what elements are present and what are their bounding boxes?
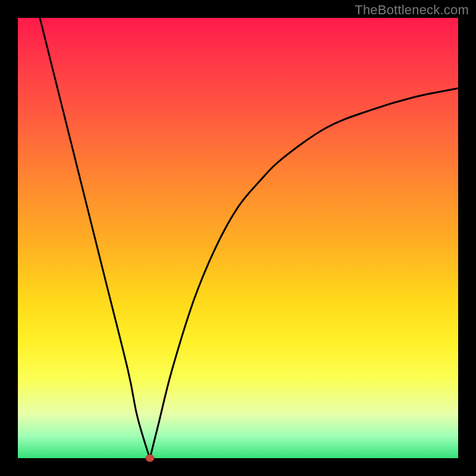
watermark-text: TheBottleneck.com [355, 2, 469, 18]
chart-frame: TheBottleneck.com [0, 0, 476, 476]
left-branch [40, 18, 150, 458]
plot-area [18, 18, 458, 458]
curve-layer [18, 18, 458, 458]
right-branch [150, 88, 458, 458]
minimum-marker [146, 455, 154, 462]
